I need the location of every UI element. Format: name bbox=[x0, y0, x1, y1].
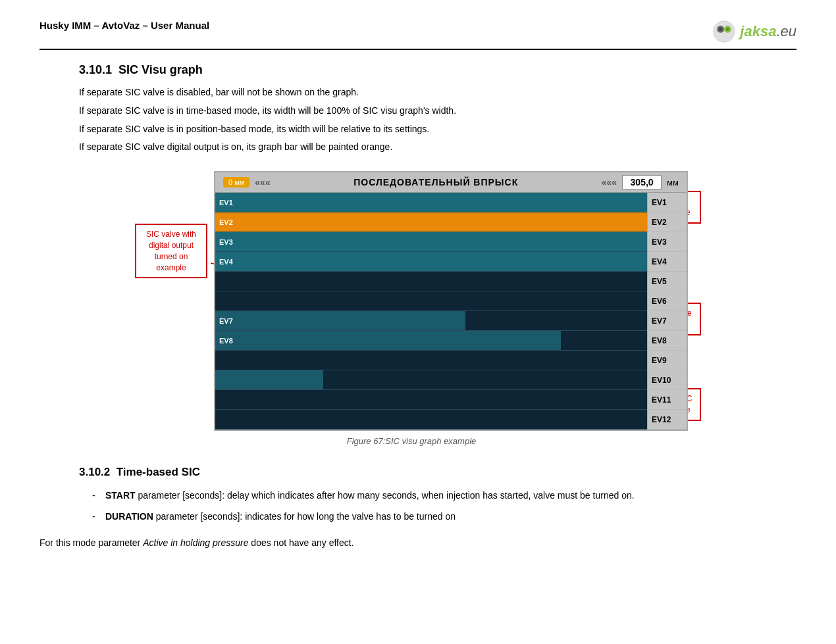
graph-row-ev9 bbox=[215, 351, 647, 370]
ev-label-11: EV11 bbox=[648, 390, 687, 410]
diagram-section: SIC valve with digital output turned on … bbox=[39, 171, 797, 446]
graph-row-ev1: EV1 bbox=[215, 193, 647, 212]
bullet-rest-2: parameter [seconds]: indicates for how l… bbox=[156, 511, 456, 522]
bar-label-ev1: EV1 bbox=[219, 199, 233, 207]
footer-end: does not have any effect. bbox=[248, 537, 353, 548]
section-title-2: 3.10.2 Time-based SIC bbox=[79, 466, 797, 479]
ev-label-10: EV10 bbox=[648, 370, 687, 390]
bar-label-ev8: EV8 bbox=[219, 337, 233, 345]
bar-label-ev2: EV2 bbox=[219, 218, 233, 226]
graph-row-ev4: EV4 bbox=[215, 252, 647, 272]
graph-wrapper: SIC valve with digital output turned on … bbox=[135, 171, 701, 446]
ev-label-7: EV7 bbox=[648, 311, 687, 331]
graph-header: 0 мм ««« ПОСЛЕДОВАТЕЛЬНЫЙ ВПРЫСК ««« 305… bbox=[215, 172, 687, 193]
graph-row-ev3: EV3 bbox=[215, 232, 647, 252]
bar-label-ev4: EV4 bbox=[219, 258, 233, 266]
bullet-bold-2: DURATION bbox=[105, 511, 153, 522]
header-left-value: 0 мм bbox=[223, 177, 249, 187]
ev-label-2: EV2 bbox=[648, 212, 687, 232]
ev-label-12: EV12 bbox=[648, 410, 687, 430]
footer-start: For this mode parameter bbox=[39, 537, 143, 548]
bullet-list: - START parameter [seconds]: delay which… bbox=[92, 488, 797, 525]
graph-row-ev11 bbox=[215, 390, 647, 410]
graph-rows: EV1 EV2 EV3 bbox=[215, 193, 647, 430]
dash-1: - bbox=[92, 488, 100, 504]
bottom-text: For this mode parameter Active in holdin… bbox=[39, 535, 797, 551]
bar-label-ev3: EV3 bbox=[219, 238, 233, 246]
header-right-value: 305,0 bbox=[622, 175, 662, 189]
document-title: Husky IMM – AvtoVaz – User Manual bbox=[39, 20, 209, 31]
logo: jaksa.eu bbox=[712, 20, 797, 43]
graph-header-left: 0 мм ««« bbox=[223, 177, 271, 187]
graph-row-ev2: EV2 bbox=[215, 212, 647, 232]
ev-label-6: EV6 bbox=[648, 291, 687, 311]
graph-row-ev12 bbox=[215, 410, 647, 430]
svg-point-4 bbox=[726, 28, 729, 31]
ev-label-8: EV8 bbox=[648, 331, 687, 351]
logo-icon bbox=[712, 20, 736, 43]
svg-point-3 bbox=[719, 28, 722, 31]
bullet-text-1: START parameter [seconds]: delay which i… bbox=[105, 488, 635, 504]
logo-text: jaksa.eu bbox=[740, 23, 797, 40]
graph-row-ev8: EV8 bbox=[215, 331, 647, 351]
figure-caption: Figure 67:SIC visu graph example bbox=[214, 436, 609, 446]
graph-container: 0 мм ««« ПОСЛЕДОВАТЕЛЬНЫЙ ВПРЫСК ««« 305… bbox=[214, 171, 688, 431]
bullet-rest-1: parameter [seconds]: delay which indicat… bbox=[138, 490, 635, 501]
ev-label-4: EV4 bbox=[648, 252, 687, 272]
graph-row-ev10 bbox=[215, 370, 647, 390]
bullet-item-2: - DURATION parameter [seconds]: indicate… bbox=[92, 509, 797, 525]
graph-row-ev7: EV7 bbox=[215, 311, 647, 331]
body-line-2: If separate SIC valve is in time-based m… bbox=[79, 103, 797, 119]
section-title-1: 3.10.1 SIC Visu graph bbox=[79, 63, 797, 77]
body-line-3: If separate SIC valve is in position-bas… bbox=[79, 122, 797, 137]
dash-2: - bbox=[92, 509, 100, 525]
header-right-chevrons: ««« bbox=[602, 177, 617, 187]
svg-point-0 bbox=[714, 21, 735, 42]
body-line-4: If separate SIC valve digital output is … bbox=[79, 139, 797, 155]
bullet-item-1: - START parameter [seconds]: delay which… bbox=[92, 488, 797, 504]
graph-row-ev5 bbox=[215, 272, 647, 291]
body-line-1: If separate SIC valve is disabled, bar w… bbox=[79, 85, 797, 101]
header-left-chevrons: ««« bbox=[255, 177, 270, 187]
ev-labels: EV1 EV2 EV3 EV4 EV5 EV6 EV7 EV8 EV9 EV10… bbox=[647, 193, 687, 430]
bullet-bold-1: START bbox=[105, 490, 136, 501]
header-right: ««« 305,0 мм bbox=[602, 175, 679, 189]
header-center-text: ПОСЛЕДОВАТЕЛЬНЫЙ ВПРЫСК bbox=[353, 177, 518, 187]
ev-label-1: EV1 bbox=[648, 193, 687, 212]
bar-label-ev7: EV7 bbox=[219, 317, 233, 325]
page-header: Husky IMM – AvtoVaz – User Manual jaksa.… bbox=[39, 20, 797, 50]
ev-label-3: EV3 bbox=[648, 232, 687, 252]
bullet-text-2: DURATION parameter [seconds]: indicates … bbox=[105, 509, 456, 525]
annotation-left: SIC valve with digital output turned on … bbox=[135, 224, 207, 278]
header-right-unit: мм bbox=[667, 178, 679, 187]
footer-italic: Active in holding pressure bbox=[143, 537, 248, 548]
graph-row-ev6 bbox=[215, 291, 647, 311]
page: Husky IMM – AvtoVaz – User Manual jaksa.… bbox=[0, 0, 836, 644]
graph-body: EV1 EV2 EV3 bbox=[215, 193, 687, 430]
ev-label-5: EV5 bbox=[648, 272, 687, 291]
ev-label-9: EV9 bbox=[648, 351, 687, 370]
